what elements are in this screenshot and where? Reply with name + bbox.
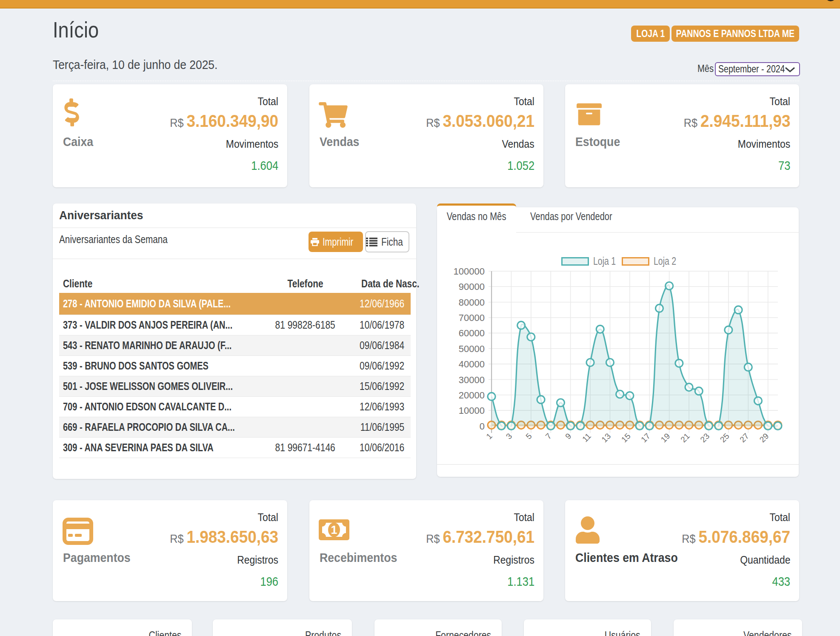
svg-text:7: 7 xyxy=(544,431,553,441)
svg-text:20000: 20000 xyxy=(459,390,485,401)
svg-text:30000: 30000 xyxy=(459,375,485,385)
svg-text:5: 5 xyxy=(524,431,533,441)
svg-text:21: 21 xyxy=(679,431,691,444)
svg-text:19: 19 xyxy=(659,431,672,444)
svg-text:0: 0 xyxy=(480,421,485,432)
svg-text:9: 9 xyxy=(563,431,573,441)
svg-text:25: 25 xyxy=(718,431,731,444)
svg-text:1: 1 xyxy=(485,431,494,441)
svg-text:27: 27 xyxy=(738,431,751,444)
svg-text:23: 23 xyxy=(699,431,711,444)
svg-text:50000: 50000 xyxy=(459,344,485,354)
svg-text:90000: 90000 xyxy=(459,281,485,292)
svg-text:40000: 40000 xyxy=(459,359,485,370)
svg-text:15: 15 xyxy=(620,431,632,444)
svg-text:80000: 80000 xyxy=(459,297,485,308)
svg-text:17: 17 xyxy=(639,431,652,444)
svg-text:100000: 100000 xyxy=(454,266,485,277)
svg-text:60000: 60000 xyxy=(459,328,485,338)
svg-text:3: 3 xyxy=(504,431,514,441)
svg-text:11: 11 xyxy=(580,431,593,444)
svg-text:10000: 10000 xyxy=(459,405,485,416)
svg-text:70000: 70000 xyxy=(459,312,485,323)
svg-text:1: 1 xyxy=(331,524,337,536)
svg-text:13: 13 xyxy=(600,431,613,444)
svg-text:29: 29 xyxy=(758,431,771,444)
